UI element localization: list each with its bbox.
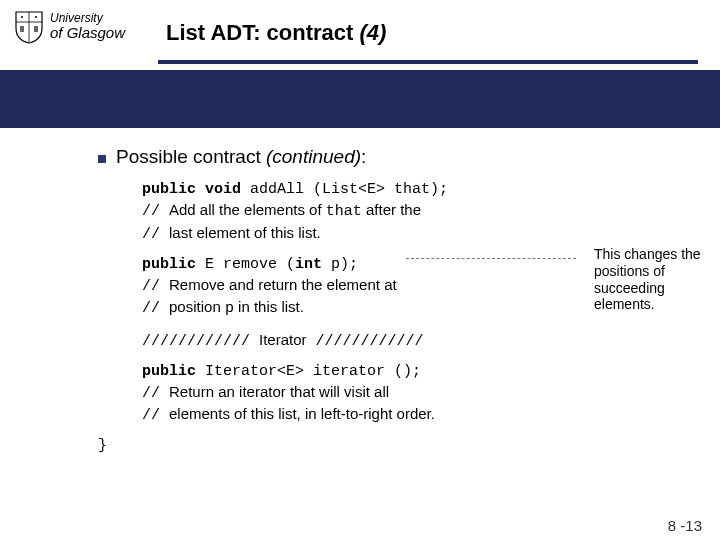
addall-sig: public void addAll (List<E> that); — [142, 180, 700, 200]
title-area: List ADT: contract (4) — [166, 10, 706, 64]
remove-c1-txt: Remove and return the element at — [169, 276, 397, 293]
remove-c2-b: in this list. — [234, 298, 304, 315]
iter-c2-txt: elements of this list, in left-to-right … — [169, 405, 435, 422]
addall-c1-b: after the — [362, 201, 421, 218]
remove-mid: remove ( — [214, 256, 295, 273]
bullet-pre: Possible contract — [116, 146, 266, 167]
iter-hdr-txt: Iterator — [259, 331, 307, 348]
note-connector — [406, 258, 576, 259]
kw-public2: public — [142, 363, 205, 380]
remove-c2-p: p — [225, 300, 234, 317]
closing-brace: } — [98, 437, 700, 454]
iter-c1-txt: Return an iterator that will visit all — [169, 383, 389, 400]
crest-icon — [14, 10, 44, 44]
svg-rect-5 — [34, 26, 38, 32]
svg-point-2 — [21, 16, 23, 18]
iterator-header: //////////// Iterator //////////// — [142, 330, 700, 352]
addall-name: addAll (List<E> that); — [250, 181, 448, 198]
bullet-icon — [98, 155, 106, 163]
kw-public-void: public void — [142, 181, 250, 198]
remove-tail: p); — [322, 256, 358, 273]
iter-sig: public Iterator<E> iterator (); — [142, 362, 700, 382]
remove-E: E — [205, 256, 214, 273]
side-note: This changes the positions of succeeding… — [594, 246, 712, 313]
title-text: List ADT: contract — [166, 20, 360, 45]
iter-hdr: //////////// Iterator //////////// — [142, 330, 700, 352]
iter-hdr-a: //////////// — [142, 333, 259, 350]
iter-hdr-b: //////////// — [307, 333, 424, 350]
kw-int: int — [295, 256, 322, 273]
header: University of Glasgow List ADT: contract… — [0, 0, 720, 70]
cmt-slashes2: // — [142, 226, 169, 243]
code-iterator: public Iterator<E> iterator (); // Retur… — [142, 362, 700, 427]
bullet-italic: (continued) — [266, 146, 361, 167]
addall-c1-a: Add all the elements of — [169, 201, 326, 218]
university-name: University of Glasgow — [50, 12, 125, 40]
cmt-slashes6: // — [142, 407, 169, 424]
university-line1: University — [50, 12, 125, 25]
university-logo: University of Glasgow — [14, 10, 166, 44]
cmt-slashes4: // — [142, 300, 169, 317]
cmt-slashes5: // — [142, 385, 169, 402]
iter-name: Iterator<E> iterator (); — [205, 363, 421, 380]
remove-c2-a: position — [169, 298, 225, 315]
bullet-row: Possible contract (continued): — [98, 146, 700, 168]
university-line2: of Glasgow — [50, 25, 125, 41]
cmt-slashes3: // — [142, 278, 169, 295]
banner — [0, 70, 720, 128]
title-italic: (4) — [360, 20, 387, 45]
addall-c1: // Add all the elements of that after th… — [142, 200, 700, 222]
bullet-text: Possible contract (continued): — [116, 146, 366, 168]
slide-title: List ADT: contract (4) — [166, 20, 706, 46]
addall-c1-that: that — [326, 203, 362, 220]
title-underline — [158, 60, 698, 64]
content: Possible contract (continued): public vo… — [0, 128, 720, 454]
iter-c1: // Return an iterator that will visit al… — [142, 382, 700, 404]
iter-c2: // elements of this list, in left-to-rig… — [142, 404, 700, 426]
addall-c2-txt: last element of this list. — [169, 224, 321, 241]
addall-c2: // last element of this list. — [142, 223, 700, 245]
cmt-slashes: // — [142, 203, 169, 220]
code-addall: public void addAll (List<E> that); // Ad… — [142, 180, 700, 245]
kw-public: public — [142, 256, 205, 273]
svg-point-3 — [35, 16, 37, 18]
bullet-post: : — [361, 146, 366, 167]
page-number: 8 -13 — [668, 517, 702, 534]
svg-rect-4 — [20, 26, 24, 32]
